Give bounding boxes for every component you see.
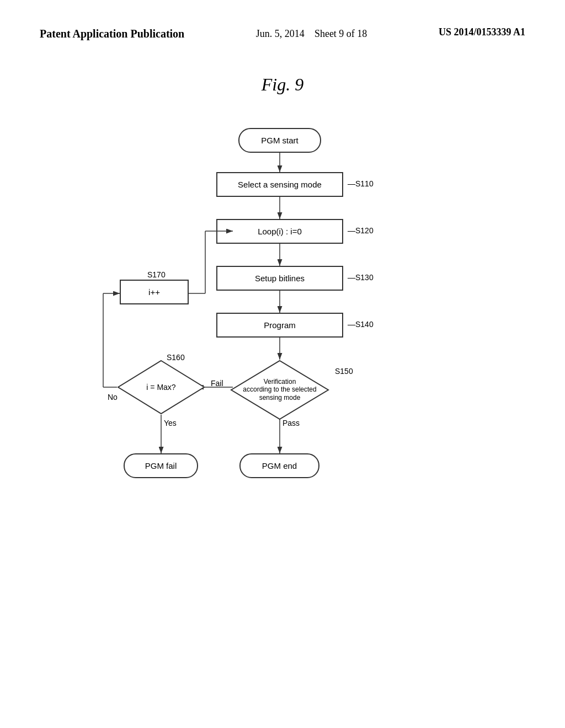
s140-label: —S140 [348,320,374,329]
sheet-info: Sheet 9 of 18 [315,28,367,39]
start-node: PGM start [238,128,321,153]
publication-number: US 2014/0153339 A1 [439,26,525,38]
s170-label: S170 [147,270,166,279]
s150-node: Verificationaccording to the selectedsen… [230,360,329,420]
publication-title: Patent Application Publication [40,26,184,41]
pgm-fail-node: PGM fail [124,453,198,478]
s120-label: —S120 [348,226,374,235]
s160-node: i = Max? [117,360,205,415]
s120-node: Loop(i) : i=0 [216,219,343,244]
s130-label: —S130 [348,273,374,282]
s170-node: i++ [120,280,189,304]
pass-label: Pass [282,419,300,427]
s160-label: S160 [167,353,185,362]
s150-label: S150 [335,367,353,376]
s140-node: Program [216,313,343,338]
s110-label: —S110 [348,179,374,188]
no-label: No [108,393,118,402]
fail-label: Fail [211,379,223,388]
flowchart: PGM start Select a sensing mode —S110 Lo… [62,122,503,619]
pgm-end-node: PGM end [239,453,319,478]
header-center: Jun. 5, 2014 Sheet 9 of 18 [256,26,367,41]
publication-date: Jun. 5, 2014 [256,28,305,39]
page-header: Patent Application Publication Jun. 5, 2… [0,0,565,41]
yes-label: Yes [164,419,177,427]
s110-node: Select a sensing mode [216,172,343,197]
s130-node: Setup bitlines [216,266,343,291]
figure-title: Fig. 9 [0,74,565,95]
